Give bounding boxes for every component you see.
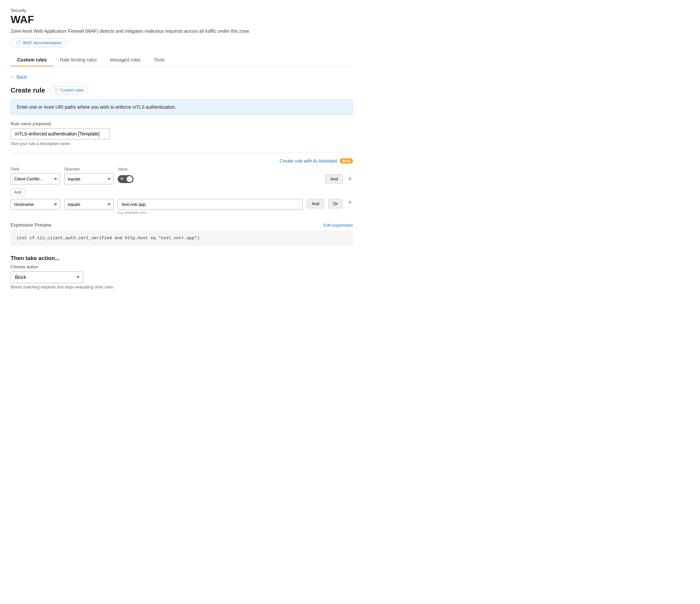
page-description: Zone-level Web Application Firewall (WAF… xyxy=(10,28,353,34)
operator-col-label: Operator xyxy=(64,167,114,172)
operator-select-2[interactable]: equals equals does not equal contains xyxy=(64,199,114,210)
and-connector-label: And xyxy=(14,190,21,195)
info-banner: Enter one or more URI paths where you wi… xyxy=(10,99,353,115)
rule-name-input[interactable] xyxy=(10,128,110,140)
waf-documentation-button[interactable]: 📄 WAF documentation xyxy=(10,38,67,47)
expression-label: Expression Preview xyxy=(10,222,51,228)
tab-rate-limiting-label: Rate limiting rules xyxy=(60,57,97,62)
tab-tools[interactable]: Tools xyxy=(147,54,171,67)
hostname-value-input[interactable] xyxy=(118,199,303,210)
value-input-container: e.g. example.com xyxy=(118,199,303,215)
operator-select-1[interactable]: equals equals does not equal contains xyxy=(64,174,114,184)
tab-tools-label: Tools xyxy=(154,57,165,62)
expression-code: (not cf.tls_client_auth.cert_verified an… xyxy=(17,235,200,241)
tab-custom-rules-label: Custom rules xyxy=(17,57,47,62)
ai-assistant-bar: Create rule with AI Assistant Beta xyxy=(10,158,353,163)
create-rule-header: Create rule 📄 Custom rules xyxy=(10,86,353,94)
field-col-label: Field xyxy=(10,167,60,172)
rule-name-hint: Give your rule a descriptive name. xyxy=(10,142,353,146)
close-button-2[interactable]: × xyxy=(347,199,353,206)
action-select[interactable]: Block Allow Challenge JS Challenge Manag… xyxy=(10,271,83,283)
edit-expression-link[interactable]: Edit expression xyxy=(324,223,353,228)
back-arrow-icon: ← xyxy=(10,74,15,80)
expression-box: (not cf.tls_client_auth.cert_verified an… xyxy=(10,230,353,246)
tab-managed-rules-label: Managed rules xyxy=(110,57,141,62)
tabs-nav: Custom rules Rate limiting rules Managed… xyxy=(10,54,353,67)
and-button-2[interactable]: And xyxy=(307,199,324,208)
toggle-switch[interactable]: ✕ xyxy=(118,175,133,183)
expression-section: Expression Preview Edit expression (not … xyxy=(10,222,353,246)
field-select-1[interactable]: Client Certific... Client Certificate Ho… xyxy=(10,174,60,184)
close-button-1[interactable]: × xyxy=(347,175,353,182)
condition-row-1: Client Certific... Client Certificate Ho… xyxy=(10,174,353,184)
ai-assistant-link[interactable]: Create rule with AI Assistant xyxy=(280,158,337,163)
page-title: WAF xyxy=(10,14,353,26)
and-connector[interactable]: And xyxy=(10,188,25,196)
expression-header: Expression Preview Edit expression xyxy=(10,222,353,228)
back-link[interactable]: ← Back xyxy=(10,74,27,80)
action-label: Choose action xyxy=(10,264,353,269)
badge-book-icon: 📄 xyxy=(53,88,58,93)
field-select-2[interactable]: Hostname Hostname Client Certificate URI… xyxy=(10,199,60,210)
tab-custom-rules[interactable]: Custom rules xyxy=(10,54,53,67)
tab-managed-rules[interactable]: Managed rules xyxy=(103,54,147,67)
action-section: Then take action... Choose action Block … xyxy=(10,255,353,290)
info-banner-text: Enter one or more URI paths where you wi… xyxy=(17,104,176,110)
and-button-1[interactable]: And xyxy=(325,174,343,184)
back-link-label: Back xyxy=(17,74,27,80)
toggle-x-icon: ✕ xyxy=(120,177,123,181)
create-rule-title: Create rule xyxy=(10,86,45,94)
tab-rate-limiting[interactable]: Rate limiting rules xyxy=(53,54,103,67)
rule-name-label: Rule name (required) xyxy=(10,121,353,126)
action-title: Then take action... xyxy=(10,255,353,262)
book-icon: 📄 xyxy=(16,40,21,45)
beta-badge: Beta xyxy=(340,158,353,163)
custom-rules-badge-label: Custom rules xyxy=(60,88,84,93)
custom-rules-badge-button[interactable]: 📄 Custom rules xyxy=(49,86,88,94)
rule-name-section: Rule name (required) Give your rule a de… xyxy=(10,121,353,146)
section-divider xyxy=(10,153,353,153)
or-button-2[interactable]: Or xyxy=(328,199,343,208)
security-label: Security xyxy=(10,8,353,13)
condition-row-2: Hostname Hostname Client Certificate URI… xyxy=(10,199,353,215)
hostname-value-hint: e.g. example.com xyxy=(118,210,303,215)
toggle-knob xyxy=(127,176,132,182)
value-col-label: Value xyxy=(118,167,353,172)
action-hint: Blocks matching requests and stops evalu… xyxy=(10,285,353,290)
value-toggle[interactable]: ✕ xyxy=(118,175,133,183)
condition-column-labels: Field Operator Value xyxy=(10,167,353,172)
doc-button-label: WAF documentation xyxy=(23,40,61,45)
